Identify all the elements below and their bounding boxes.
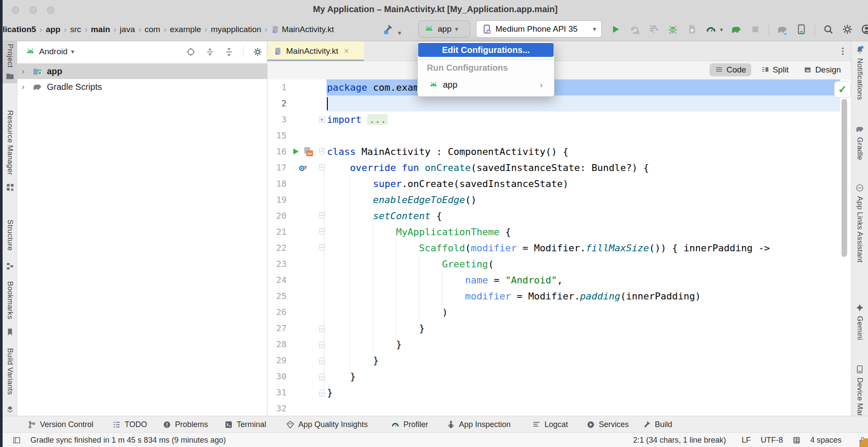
code-editor[interactable]: 1package com.example.myapplication23impo… [267, 79, 851, 416]
status-message[interactable]: Gradle sync finished in 1 m 45 s 834 ms … [30, 433, 226, 447]
toolwindow-button-services[interactable]: Services [586, 416, 629, 433]
fold-marker-icon[interactable] [319, 115, 325, 124]
status-panel-toggle[interactable] [12, 433, 21, 447]
breadcrumb-item[interactable]: app [46, 25, 60, 34]
expand-all-button[interactable] [205, 47, 215, 57]
fold-marker-icon[interactable] [319, 372, 325, 381]
breadcrumb-item[interactable]: example [170, 25, 201, 34]
tree-item-label: Gradle Scripts [47, 82, 102, 92]
build-dropdown-arrow[interactable]: ▾ [398, 29, 401, 36]
editor-scrollbar[interactable] [842, 99, 847, 257]
fold-marker-icon[interactable] [319, 244, 325, 252]
profiler-button[interactable] [705, 23, 717, 35]
fold-marker-icon[interactable] [319, 148, 325, 156]
run-button[interactable] [610, 23, 621, 35]
toolwindow-button-logcat[interactable]: Logcat [532, 416, 568, 433]
breadcrumb-label: MainActivity.kt [282, 25, 334, 34]
fold-marker-icon[interactable] [319, 388, 325, 397]
inspection-status-widget[interactable]: ✓ [835, 82, 850, 97]
expand-chevron-icon[interactable]: › [22, 66, 28, 76]
stop-button[interactable] [749, 23, 761, 35]
editor-tab-mainactivity[interactable]: MainActivity.kt × [267, 41, 364, 61]
fold-marker-icon[interactable] [319, 340, 325, 348]
tool-stripe-gemini[interactable]: Gemini [851, 300, 868, 349]
line-number: 19 [267, 192, 287, 208]
breadcrumb-item[interactable]: myapplication [211, 25, 261, 34]
build-hammer-icon[interactable]: ▾ [382, 23, 401, 37]
collapse-all-button[interactable] [224, 47, 234, 57]
view-mode-code[interactable]: Code [710, 63, 751, 76]
attach-debugger-button[interactable] [686, 23, 698, 35]
close-tab-icon[interactable]: × [344, 46, 349, 56]
tool-stripe-notifications[interactable]: Notifications [851, 43, 868, 115]
debug-button[interactable] [667, 23, 679, 35]
sync-gradle-button[interactable] [730, 23, 742, 35]
code-token: MainActivity : ComponentActivity() { [356, 146, 568, 157]
device-manager-button[interactable] [795, 23, 807, 35]
tool-stripe-label: Structure [6, 220, 14, 258]
search-everywhere-button[interactable] [822, 23, 834, 35]
highlighting-level-widget[interactable] [792, 433, 801, 447]
toolwindow-button-todo[interactable]: TODO [112, 416, 147, 433]
fold-marker-icon[interactable] [319, 324, 325, 332]
apply-code-changes-button[interactable] [648, 23, 660, 35]
toolwindow-button-terminal[interactable]: Terminal [224, 416, 266, 433]
toolwindow-button-problems[interactable]: Problems [162, 416, 208, 433]
run-configuration-selector[interactable]: app ▾ [418, 20, 470, 38]
breadcrumb-item[interactable]: com [145, 25, 160, 34]
tool-stripe-build-variants[interactable]: Build Variants [3, 345, 17, 417]
line-separator-widget[interactable]: LF [742, 433, 751, 447]
toolwindow-button-app-quality-insights[interactable]: App Quality Insights [286, 416, 368, 433]
fold-marker-icon[interactable] [319, 228, 325, 236]
encoding-widget[interactable]: UTF-8 [761, 433, 783, 447]
project-view-selector[interactable]: Android ▾ [25, 46, 74, 57]
tool-stripe-project[interactable]: Project [3, 41, 17, 83]
fold-marker-icon[interactable] [319, 356, 325, 365]
breadcrumb-separator: › [164, 25, 166, 34]
fold-marker-icon[interactable] [319, 212, 325, 220]
view-mode-design[interactable]: Design [798, 63, 846, 76]
breadcrumb-item[interactable]: lication5 [3, 25, 36, 34]
line-number: 2 [267, 95, 287, 112]
locate-button[interactable] [186, 47, 196, 57]
profile-button[interactable] [861, 23, 868, 35]
indent-widget[interactable]: 4 spaces [810, 433, 842, 447]
apply-changes-button[interactable]: A [629, 23, 640, 35]
editor-options-icon[interactable] [838, 46, 848, 57]
code-line: ) [327, 304, 448, 320]
menu-item-app[interactable]: app › [418, 76, 554, 93]
override-method-icon[interactable] [298, 163, 308, 173]
toolwindow-button-app-inspection[interactable]: App Inspection [446, 416, 511, 433]
tool-stripe-app-links-assistant[interactable]: App Links Assistant [851, 181, 868, 286]
breadcrumb-item[interactable]: main [91, 25, 110, 34]
tool-stripe-gradle[interactable]: Gradle [851, 122, 868, 170]
gear-button[interactable] [253, 47, 263, 57]
chevron-down-icon: ▾ [593, 25, 596, 33]
caret-position-widget[interactable]: 2:1 (34 chars, 1 line break) [633, 433, 726, 447]
chevron-down-icon[interactable]: ▾ [720, 26, 723, 33]
toolwindow-button-profiler[interactable]: Profiler [391, 416, 428, 433]
resource-manager-icon [5, 182, 15, 192]
line-number: 32 [267, 401, 287, 416]
view-mode-split[interactable]: Split [756, 63, 794, 76]
breadcrumb-item[interactable]: MainActivity.kt [271, 25, 334, 34]
tool-stripe-structure[interactable]: Structure [3, 217, 17, 273]
upgrade-assistant-button[interactable] [776, 23, 788, 35]
toolwindow-button-build[interactable]: Build [642, 416, 672, 433]
breadcrumb-item[interactable]: src [70, 25, 81, 34]
tool-stripe-resource-manager[interactable]: Resource Manager [3, 108, 17, 194]
tool-stripe-bookmarks[interactable]: Bookmarks [3, 279, 17, 339]
menu-item-edit-configurations[interactable]: Edit Configurations... [418, 43, 554, 57]
toolwindow-button-version-control[interactable]: Version Control [27, 416, 93, 433]
tree-item-gradle-scripts[interactable]: ›Gradle Scripts [17, 79, 267, 95]
device-selector[interactable]: Medium Phone API 35 ▾ [476, 20, 602, 38]
run-line-icon[interactable] [291, 147, 300, 156]
line-number: 25 [267, 288, 287, 304]
breadcrumb-item[interactable]: java [120, 25, 135, 34]
tree-item-app[interactable]: ›app [17, 63, 267, 79]
settings-button[interactable] [842, 23, 853, 35]
expand-chevron-icon[interactable]: › [22, 82, 28, 92]
breadcrumb-separator: › [205, 25, 207, 34]
fold-marker-icon[interactable] [319, 164, 325, 172]
compose-preview-icon[interactable]: <> [303, 146, 314, 157]
